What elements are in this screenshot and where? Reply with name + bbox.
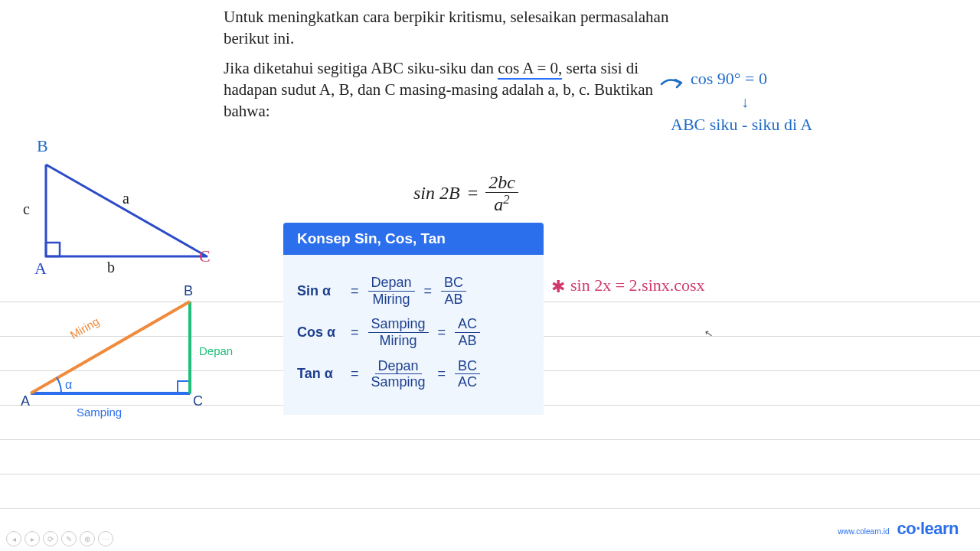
frac-bot: Miring: [370, 292, 413, 308]
triangle2-label-samping: Samping: [77, 406, 122, 419]
frac-top: Depan: [368, 275, 415, 292]
handwriting-star-icon: ✱: [551, 277, 565, 297]
question-body: Jika diketahui segitiga ABC siku-siku da…: [224, 57, 675, 122]
footer-logo: co·learn: [897, 519, 959, 539]
question-block: Untuk meningkatkan cara berpikir kritism…: [224, 6, 675, 130]
player-controls: ◂ ▸ ⟳ ✎ ⊕ ⋯: [6, 531, 113, 546]
svg-line-4: [31, 302, 190, 393]
control-more-button[interactable]: ⋯: [98, 531, 113, 546]
handwriting-sin2x: sin 2x = 2.sinx.cosx: [570, 276, 705, 295]
triangle-concept-diagram: [15, 291, 214, 421]
triangle1-label-C: C: [199, 246, 211, 266]
equation-numerator: 2bc: [485, 172, 518, 193]
question-intro: Untuk meningkatkan cara berpikir kritism…: [224, 6, 675, 50]
concept-card-header: Konsep Sin, Cos, Tan: [283, 223, 544, 255]
triangle2-label-depan: Depan: [199, 344, 233, 357]
question-underline: cos A = 0,: [498, 59, 562, 80]
control-zoom-button[interactable]: ⊕: [80, 531, 95, 546]
control-back-button[interactable]: ◂: [6, 531, 21, 546]
triangle2-label-alpha: α: [65, 378, 72, 392]
trig-label: Cos α: [297, 324, 341, 341]
frac-top: Depan: [375, 358, 422, 375]
equation-lhs: sin 2B: [413, 183, 460, 204]
control-pen-button[interactable]: ✎: [61, 531, 77, 546]
triangle1-label-B: B: [37, 136, 48, 156]
triangle1-side-a: a: [122, 190, 129, 207]
frac-top: Samping: [368, 316, 429, 333]
equation-equals: =: [468, 183, 479, 204]
trig-side-fraction: BC AB: [441, 275, 466, 307]
trig-row-cos: Cos α = Samping Miring = AC AB: [297, 316, 530, 348]
handwriting-cos90: cos 90° = 0: [691, 69, 767, 89]
triangle1-side-b: b: [107, 259, 115, 276]
footer-url: www.colearn.id: [838, 527, 889, 536]
equation-fraction: 2bc a2: [485, 172, 518, 215]
frac-top: BC: [455, 358, 480, 375]
equals-sign: =: [351, 283, 359, 299]
equals-sign: =: [438, 324, 446, 341]
control-speed-button[interactable]: ⟳: [43, 531, 58, 546]
equals-sign: =: [438, 366, 446, 382]
frac-bot: AB: [456, 333, 480, 349]
concept-card: Konsep Sin, Cos, Tan Sin α = Depan Mirin…: [283, 223, 544, 415]
equation-denominator: a2: [491, 193, 512, 214]
cursor-icon: ↖: [704, 327, 714, 340]
frac-bot: AB: [442, 292, 466, 308]
bottom-rule: [0, 508, 980, 509]
triangle-abc-diagram: [23, 149, 222, 279]
trig-word-fraction: Samping Miring: [368, 316, 429, 348]
trig-label: Sin α: [297, 283, 341, 299]
svg-rect-0: [46, 243, 60, 256]
frac-bot: AC: [455, 374, 480, 390]
target-equation: sin 2B = 2bc a2: [413, 172, 518, 215]
trig-word-fraction: Depan Miring: [368, 275, 415, 307]
trig-label: Tan α: [297, 366, 341, 382]
frac-top: AC: [455, 316, 480, 333]
equation-den-exp: 2: [503, 192, 509, 207]
footer-logo-co: co: [897, 519, 916, 538]
annotation-arrow-icon: [660, 75, 684, 92]
control-play-button[interactable]: ▸: [24, 531, 40, 546]
triangle2-label-B: B: [184, 283, 193, 299]
concept-card-body: Sin α = Depan Miring = BC AB Cos α = Sam…: [283, 255, 544, 415]
handwriting-siku: ABC siku - siku di A: [671, 115, 812, 135]
triangle1-side-c: c: [23, 201, 30, 218]
frac-top: BC: [441, 275, 466, 292]
triangle2-label-C: C: [193, 393, 203, 409]
equals-sign: =: [351, 324, 359, 341]
trig-word-fraction: Depan Samping: [368, 358, 429, 390]
frac-bot: Miring: [377, 333, 420, 349]
question-body-a: Jika diketahui segitiga ABC siku-siku da…: [224, 59, 498, 77]
trig-row-tan: Tan α = Depan Samping = BC AC: [297, 358, 530, 390]
trig-side-fraction: BC AC: [455, 358, 480, 390]
triangle2-label-A: A: [21, 393, 30, 409]
equals-sign: =: [424, 283, 433, 299]
handwriting-arrow-down: ↓: [741, 93, 749, 111]
triangle1-label-A: A: [34, 259, 47, 279]
svg-rect-1: [178, 381, 190, 393]
equals-sign: =: [351, 366, 359, 382]
equation-den-base: a: [494, 194, 503, 214]
footer-brand: www.colearn.id co·learn: [838, 519, 959, 539]
trig-row-sin: Sin α = Depan Miring = BC AB: [297, 275, 530, 307]
trig-side-fraction: AC AB: [455, 316, 480, 348]
frac-bot: Samping: [368, 374, 429, 390]
footer-logo-learn: learn: [920, 519, 959, 538]
